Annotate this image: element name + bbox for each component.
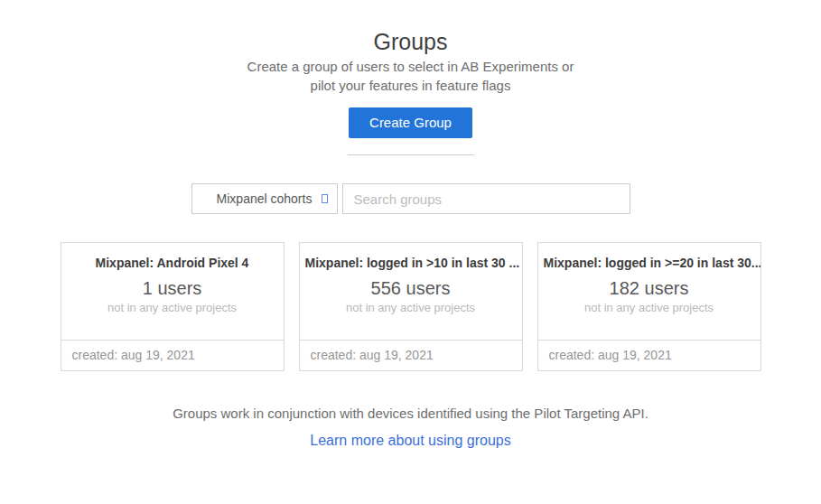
footer-note: Groups work in conjunction with devices … [0, 406, 821, 421]
search-groups-input[interactable] [342, 183, 630, 214]
create-group-button[interactable]: Create Group [349, 107, 472, 138]
page-header: Groups Create a group of users to select… [0, 0, 821, 155]
group-card[interactable]: Mixpanel: logged in >=20 in last 30... 1… [537, 242, 761, 371]
group-card-status: not in any active projects [538, 300, 760, 315]
group-card-created: created: aug 19, 2021 [538, 340, 760, 370]
group-cards-row: Mixpanel: Android Pixel 4 1 users not in… [0, 242, 821, 371]
group-card[interactable]: Mixpanel: Android Pixel 4 1 users not in… [61, 242, 285, 371]
learn-more-link[interactable]: Learn more about using groups [310, 433, 510, 449]
page-subtitle-line1: Create a group of users to select in AB … [0, 57, 821, 76]
group-card-user-count: 1 users [61, 277, 284, 299]
group-card[interactable]: Mixpanel: logged in >10 in last 30 ... 5… [299, 242, 523, 371]
groups-page: Groups Create a group of users to select… [0, 0, 821, 504]
group-card-status: not in any active projects [300, 300, 522, 315]
group-card-status: not in any active projects [61, 300, 284, 315]
group-card-user-count: 182 users [538, 277, 760, 299]
cohort-source-dropdown-label: Mixpanel cohorts [217, 191, 313, 206]
group-card-created: created: aug 19, 2021 [300, 340, 522, 370]
cohort-source-dropdown[interactable]: Mixpanel cohorts [191, 183, 338, 214]
page-title: Groups [0, 27, 821, 57]
group-card-title: Mixpanel: Android Pixel 4 [61, 255, 284, 271]
page-subtitle-line2: pilot your features in feature flags [0, 76, 821, 95]
dropdown-indicator-icon [322, 194, 328, 203]
group-card-created: created: aug 19, 2021 [61, 340, 284, 370]
create-group-button-wrap: Create Group [0, 107, 821, 138]
group-card-body: Mixpanel: logged in >=20 in last 30... 1… [538, 243, 760, 340]
filter-row: Mixpanel cohorts [0, 183, 821, 214]
group-card-title: Mixpanel: logged in >10 in last 30 ... [300, 255, 522, 271]
page-subtitle: Create a group of users to select in AB … [0, 57, 821, 95]
group-card-title: Mixpanel: logged in >=20 in last 30... [538, 255, 760, 271]
group-card-body: Mixpanel: logged in >10 in last 30 ... 5… [300, 243, 522, 340]
group-card-user-count: 556 users [300, 277, 522, 299]
group-card-body: Mixpanel: Android Pixel 4 1 users not in… [61, 243, 284, 340]
header-divider [348, 154, 474, 155]
